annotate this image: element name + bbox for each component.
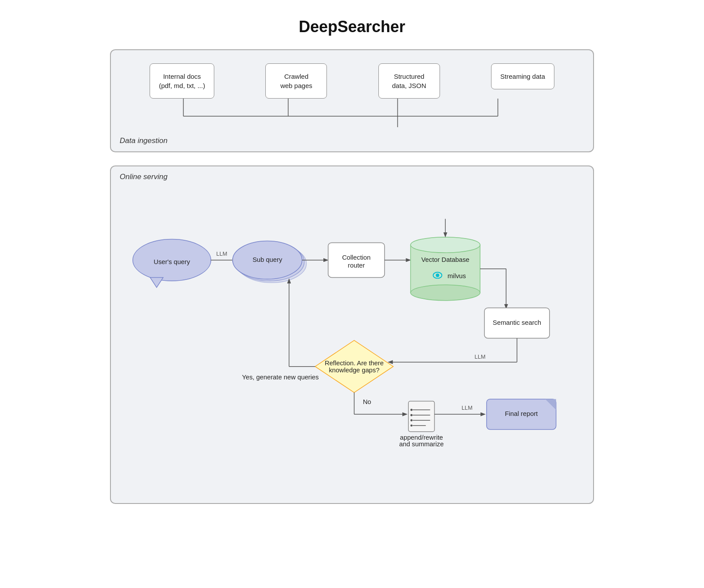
source-internal-docs: Internal docs(pdf, md, txt, ...) bbox=[150, 63, 214, 99]
online-serving-box: Online serving User's query LLM Sub quer… bbox=[110, 165, 594, 504]
semantic-search-text: Semantic search bbox=[493, 319, 541, 326]
reflection-text1: Reflection. Are there bbox=[325, 360, 384, 367]
online-serving-label: Online serving bbox=[120, 173, 168, 181]
document-icon-box bbox=[408, 401, 434, 432]
ingestion-lines-svg bbox=[124, 99, 580, 129]
doc-bullet-1 bbox=[411, 409, 413, 411]
llm-label-2: LLM bbox=[475, 353, 486, 360]
vector-db-bottom bbox=[411, 285, 480, 301]
source-structured-data: Structureddata, JSON bbox=[378, 63, 440, 99]
data-ingestion-label: Data ingestion bbox=[120, 136, 168, 145]
ingestion-sources: Internal docs(pdf, md, txt, ...) Crawled… bbox=[124, 63, 580, 99]
yes-label: Yes, generate new queries bbox=[242, 374, 319, 381]
reflection-text2: knowledge gaps? bbox=[329, 367, 379, 374]
doc-bullet-3 bbox=[411, 419, 413, 422]
subquery-text: Sub query bbox=[253, 256, 282, 263]
llm-label-1: LLM bbox=[216, 250, 227, 257]
main-container: DeepSearcher Internal docs(pdf, md, txt,… bbox=[110, 9, 594, 513]
online-serving-svg: User's query LLM Sub query Collection ro… bbox=[124, 193, 580, 488]
final-report-text: Final report bbox=[505, 410, 538, 417]
append-rewrite-text2: and summarize bbox=[399, 441, 444, 448]
milvus-text: milvus bbox=[447, 272, 466, 279]
page-title: DeepSearcher bbox=[110, 18, 594, 36]
doc-bullet-4 bbox=[411, 424, 413, 426]
collection-router-text1: Collection bbox=[342, 254, 370, 261]
collection-router-text2: router bbox=[348, 262, 365, 269]
vector-db-top bbox=[411, 237, 480, 253]
append-rewrite-text1: append/rewrite bbox=[400, 434, 443, 441]
data-ingestion-box: Internal docs(pdf, md, txt, ...) Crawled… bbox=[110, 49, 594, 152]
users-query-text: User's query bbox=[154, 258, 190, 265]
llm-label-3: LLM bbox=[462, 404, 473, 411]
doc-bullet-2 bbox=[411, 414, 413, 416]
source-crawled-web: Crawledweb pages bbox=[265, 63, 327, 99]
vector-db-text: Vector Database bbox=[421, 256, 469, 263]
milvus-eye-inner bbox=[436, 274, 439, 277]
source-streaming-data: Streaming data bbox=[491, 63, 554, 89]
speech-bubble-tail bbox=[150, 277, 163, 287]
no-label: No bbox=[363, 398, 371, 405]
